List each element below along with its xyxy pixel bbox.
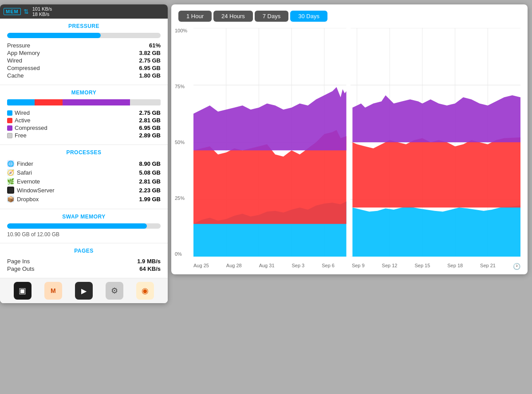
windowserver-value: 2.23 GB: [139, 187, 161, 194]
svg-marker-19: [352, 137, 520, 207]
safari-value: 5.08 GB: [139, 169, 161, 176]
y-25: 25%: [175, 195, 187, 201]
time-selector: 1 Hour 24 Hours 7 Days 30 Days: [171, 4, 528, 28]
processes-section: PROCESSES 🌐 Finder 8.90 GB 🧭 Safari 5.08…: [0, 145, 168, 209]
x-sep3: Sep 3: [292, 263, 304, 270]
btn-30days[interactable]: 30 Days: [290, 11, 327, 22]
chart-container: 100% 75% 50% 25% 0%: [171, 28, 528, 274]
mem-label: MEM: [4, 8, 21, 15]
y-axis: 100% 75% 50% 25% 0%: [175, 28, 187, 257]
x-aug28: Aug 28: [226, 263, 242, 270]
x-axis: Aug 25 Aug 28 Aug 31 Sep 3 Sep 6 Sep 9 S…: [193, 263, 520, 270]
page-outs-row: Page Outs 64 KB/s: [7, 265, 161, 273]
svg-marker-21: [352, 95, 520, 142]
evernote-label: Evernote: [17, 178, 40, 185]
dock-marker[interactable]: M: [44, 282, 62, 300]
dropbox-icon: 📦: [7, 195, 14, 203]
memory-title: MEMORY: [7, 90, 161, 96]
dock-disk-diag[interactable]: ◉: [136, 282, 154, 300]
finder-value: 8.90 GB: [139, 160, 161, 167]
y-0: 0%: [175, 251, 187, 257]
clock-icon: 🕐: [513, 263, 520, 270]
dock-terminal[interactable]: ▶: [75, 282, 93, 300]
x-aug25: Aug 25: [193, 263, 209, 270]
pressure-bar-container: [7, 33, 161, 38]
safari-icon: 🧭: [7, 169, 14, 176]
process-windowserver: 🖥 WindowServer 2.23 GB: [7, 186, 161, 195]
free-label: Free: [15, 132, 27, 139]
evernote-value: 2.81 GB: [139, 178, 161, 185]
evernote-icon: 🌿: [7, 178, 14, 185]
windowserver-label: WindowServer: [17, 187, 55, 194]
x-aug31: Aug 31: [259, 263, 275, 270]
svg-marker-20: [193, 87, 347, 151]
wired-label: Wired: [15, 109, 30, 116]
memory-bar: [7, 99, 161, 105]
dock-activity-monitor[interactable]: ▣: [14, 282, 32, 300]
active-value: 2.81 GB: [139, 117, 161, 124]
memory-legend-compressed: Compressed 6.95 GB: [7, 124, 161, 132]
pressure-section: PRESSURE Pressure 61% App Memory 3.82 GB…: [0, 19, 168, 85]
pages-title: PAGES: [7, 248, 161, 254]
chart-svg: [193, 28, 520, 257]
compressed-label: Compressed: [15, 125, 47, 131]
memory-seg-compressed: [63, 99, 130, 105]
y-50: 50%: [175, 140, 187, 145]
process-finder: 🌐 Finder 8.90 GB: [7, 159, 161, 168]
process-evernote: 🌿 Evernote 2.81 GB: [7, 177, 161, 186]
windowserver-icon: 🖥: [7, 187, 14, 194]
pressure-value-4: 1.80 GB: [139, 72, 161, 79]
memory-seg-free: [130, 99, 161, 105]
processes-title: PROCESSES: [7, 149, 161, 156]
swap-section: SWAP MEMORY 10.90 GB of 12.00 GB: [0, 209, 168, 243]
dock-system-info[interactable]: ⚙: [106, 282, 123, 300]
dropbox-value: 1.99 GB: [139, 196, 161, 203]
compressed-dot: [7, 125, 12, 131]
btn-1hour[interactable]: 1 Hour: [178, 11, 212, 22]
page-ins-label: Page Ins: [7, 258, 30, 265]
upload-speed: 101 KB/s: [32, 6, 52, 12]
left-panel: MEM ⇅ 101 KB/s 18 KB/s PRESSURE Pressure…: [0, 4, 168, 303]
pressure-label-4: Cache: [7, 72, 24, 79]
wired-dot: [7, 110, 12, 116]
pressure-value-2: 2.75 GB: [139, 57, 161, 64]
page-outs-value: 64 KB/s: [139, 265, 161, 272]
compressed-value: 6.95 GB: [139, 125, 161, 131]
arrows-icon: ⇅: [24, 8, 29, 15]
pressure-label-0: Pressure: [7, 42, 30, 49]
btn-7days[interactable]: 7 Days: [255, 11, 288, 22]
x-sep9: Sep 9: [352, 263, 365, 270]
y-75: 75%: [175, 84, 187, 89]
finder-icon: 🌐: [7, 160, 14, 167]
pressure-row-0: Pressure 61%: [7, 42, 161, 49]
top-bar: MEM ⇅ 101 KB/s 18 KB/s: [0, 4, 168, 19]
process-safari: 🧭 Safari 5.08 GB: [7, 168, 161, 177]
finder-label: Finder: [17, 160, 33, 167]
pressure-value-0: 61%: [149, 42, 161, 49]
pressure-row-1: App Memory 3.82 GB: [7, 49, 161, 57]
memory-legend-active: Active 2.81 GB: [7, 117, 161, 124]
network-stats: 101 KB/s 18 KB/s: [32, 6, 52, 17]
memory-legend-free: Free 2.89 GB: [7, 132, 161, 139]
swap-bar-container: [7, 223, 161, 229]
process-dropbox: 📦 Dropbox 1.99 GB: [7, 195, 161, 203]
page-ins-value: 1.9 MB/s: [137, 258, 161, 265]
free-dot: [7, 133, 12, 138]
pages-section: PAGES Page Ins 1.9 MB/s Page Outs 64 KB/…: [0, 243, 168, 278]
memory-seg-wired: [7, 99, 35, 105]
swap-bar-fill: [7, 223, 147, 229]
pressure-bar-fill: [7, 33, 101, 38]
safari-label: Safari: [17, 169, 32, 176]
active-dot: [7, 118, 12, 123]
memory-seg-active: [35, 99, 62, 105]
right-panel: 1 Hour 24 Hours 7 Days 30 Days 100% 75% …: [171, 4, 528, 274]
svg-marker-17: [352, 206, 520, 257]
btn-24hours[interactable]: 24 Hours: [213, 11, 253, 22]
pressure-label-1: App Memory: [7, 50, 40, 56]
wired-value: 2.75 GB: [139, 109, 161, 116]
download-speed: 18 KB/s: [32, 12, 52, 17]
dropbox-label: Dropbox: [17, 196, 39, 203]
page-outs-label: Page Outs: [7, 265, 34, 272]
x-sep12: Sep 12: [382, 263, 398, 270]
free-value: 2.89 GB: [139, 132, 161, 139]
